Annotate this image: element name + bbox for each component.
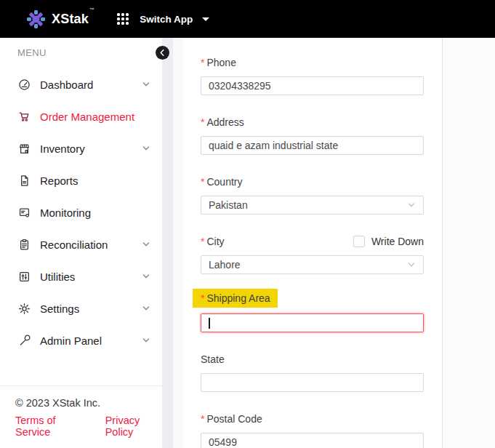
- sidebar-item-label: Utilities: [40, 271, 75, 283]
- field-postal-code: *Postal Code05499: [201, 413, 424, 448]
- gear-icon: [18, 303, 31, 315]
- sidebar-item-label: Reports: [40, 175, 79, 187]
- menu-section-label: MENU: [17, 47, 162, 58]
- privacy-policy-link[interactable]: Privacy Policy: [105, 415, 162, 438]
- input-value: 05499: [209, 436, 237, 448]
- sidebar-item-label: Monitoring: [40, 207, 91, 219]
- xstak-logo-icon: [26, 9, 46, 29]
- field-state: State: [201, 353, 424, 392]
- input-value: quaid e azam industrial state: [209, 140, 338, 151]
- content-left-gutter: [173, 38, 183, 448]
- sidebar-item-label: Order Management: [40, 111, 134, 123]
- field-label-text: State: [201, 353, 225, 365]
- chevron-down-icon: [142, 272, 150, 281]
- page-body: MENU DashboardOrder ManagementInventoryR…: [0, 38, 495, 448]
- cart-icon: [18, 111, 31, 123]
- brand-name: XStak™: [52, 12, 94, 27]
- sliders-icon: [18, 271, 31, 283]
- document-icon: [18, 175, 31, 187]
- sidebar-item-label: Dashboard: [40, 79, 93, 91]
- switch-app-menu[interactable]: Switch App: [117, 13, 209, 25]
- required-asterisk: *: [201, 292, 204, 304]
- gauge-icon: [18, 79, 31, 91]
- postal-code-input[interactable]: 05499: [201, 433, 424, 448]
- field-shipping-area: *Shipping Area: [201, 289, 424, 332]
- field-label-text: City: [206, 236, 224, 247]
- field-label: *City: [201, 236, 225, 247]
- text-cursor: [209, 318, 210, 329]
- terms-of-service-link[interactable]: Terms of Service: [15, 415, 84, 438]
- content-scrollbar-track[interactable]: [163, 38, 173, 448]
- sidebar-item-label: Inventory: [40, 143, 85, 155]
- main-content: *Phone03204338295*Addressquaid e azam in…: [183, 38, 443, 448]
- chevron-down-icon: [142, 80, 150, 89]
- sidebar-item-label: Settings: [40, 303, 79, 315]
- caret-down-icon: [202, 17, 209, 21]
- sidebar-item-dashboard[interactable]: Dashboard: [0, 68, 162, 100]
- app-grid-icon: [117, 13, 129, 25]
- address-input[interactable]: quaid e azam industrial state: [201, 136, 424, 155]
- monitor-icon: [18, 207, 31, 219]
- field-label: State: [201, 353, 225, 365]
- field-label: *Phone: [201, 57, 236, 68]
- field-label: *Shipping Area: [193, 289, 278, 308]
- brand[interactable]: XStak™: [26, 9, 94, 29]
- wrench-icon: [18, 335, 31, 347]
- selected-value: Lahore: [209, 259, 241, 271]
- sidebar-item-utilities[interactable]: Utilities: [0, 260, 162, 292]
- sidebar-footer: © 2023 XStak Inc. Terms of Service Priva…: [0, 385, 162, 448]
- checkbox-label: Write Down: [371, 236, 424, 247]
- field-label: *Country: [201, 176, 242, 188]
- sidebar-item-settings[interactable]: Settings: [0, 292, 162, 324]
- sidebar-item-reports[interactable]: Reports: [0, 164, 162, 196]
- chevron-down-icon: [407, 201, 416, 209]
- required-asterisk: *: [201, 116, 204, 128]
- selected-value: Pakistan: [209, 199, 248, 211]
- sidebar-item-reconciliation[interactable]: Reconciliation: [0, 228, 162, 260]
- sidebar-item-order-management[interactable]: Order Management: [0, 100, 162, 132]
- field-label-text: Address: [206, 116, 244, 128]
- right-gutter: [443, 38, 495, 448]
- country-select[interactable]: Pakistan: [201, 196, 424, 215]
- field-label-text: Shipping Area: [206, 292, 270, 304]
- app-window: XStak™ Switch App MENU DashboardOrder Ma…: [0, 0, 495, 448]
- sidebar-item-label: Reconciliation: [40, 239, 108, 251]
- chevron-down-icon: [142, 336, 150, 345]
- chevron-down-icon: [142, 144, 150, 153]
- required-asterisk: *: [201, 176, 204, 188]
- field-label-text: Postal Code: [206, 413, 262, 425]
- chevron-down-icon: [407, 260, 416, 269]
- field-phone: *Phone03204338295: [201, 57, 424, 95]
- field-label-text: Country: [206, 176, 242, 188]
- input-value: 03204338295: [209, 80, 271, 92]
- sidebar: MENU DashboardOrder ManagementInventoryR…: [0, 38, 163, 448]
- footer-links: Terms of Service Privacy Policy: [15, 415, 162, 438]
- field-country: *CountryPakistan: [201, 176, 424, 215]
- chevron-down-icon: [142, 304, 150, 313]
- state-input[interactable]: [201, 373, 424, 392]
- copyright-text: © 2023 XStak Inc.: [15, 397, 162, 409]
- switch-app-label: Switch App: [140, 14, 193, 25]
- chevron-left-icon: [157, 47, 168, 58]
- field-city: *CityWrite DownLahore: [201, 236, 424, 274]
- shipping-form: *Phone03204338295*Addressquaid e azam in…: [201, 57, 424, 448]
- top-bar: XStak™ Switch App: [0, 0, 495, 38]
- write-down-checkbox[interactable]: [353, 236, 365, 247]
- city-select[interactable]: Lahore: [201, 255, 424, 274]
- write-down-checkbox-group: Write Down: [353, 236, 424, 247]
- field-label: *Address: [201, 116, 244, 128]
- sidebar-collapse-button[interactable]: [156, 46, 169, 60]
- chevron-down-icon: [142, 240, 150, 249]
- shipping-area-input[interactable]: [201, 313, 424, 332]
- required-asterisk: *: [201, 236, 204, 247]
- sidebar-item-admin-panel[interactable]: Admin Panel: [0, 324, 162, 356]
- sidebar-item-monitoring[interactable]: Monitoring: [0, 196, 162, 228]
- field-label: *Postal Code: [201, 413, 262, 425]
- sidebar-item-inventory[interactable]: Inventory: [0, 132, 162, 164]
- sidebar-item-label: Admin Panel: [40, 335, 102, 347]
- sidebar-nav: DashboardOrder ManagementInventoryReport…: [0, 68, 162, 356]
- trademark-mark: ™: [89, 7, 94, 12]
- field-address: *Addressquaid e azam industrial state: [201, 116, 424, 155]
- phone-input[interactable]: 03204338295: [201, 76, 424, 95]
- required-asterisk: *: [201, 413, 204, 425]
